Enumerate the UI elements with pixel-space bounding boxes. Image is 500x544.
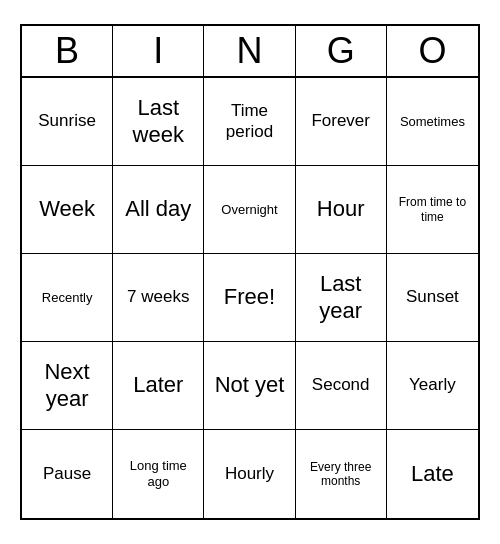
header-letter-b: B [22, 26, 113, 76]
bingo-cell-10: Recently [22, 254, 113, 342]
cell-text: Every three months [300, 460, 382, 489]
cell-text: Sometimes [400, 114, 465, 130]
bingo-cell-2: Time period [204, 78, 295, 166]
header-letter-g: G [296, 26, 387, 76]
bingo-cell-24: Late [387, 430, 478, 518]
cell-text: Later [133, 372, 183, 398]
bingo-cell-7: Overnight [204, 166, 295, 254]
header-letter-n: N [204, 26, 295, 76]
cell-text: Overnight [221, 202, 277, 218]
bingo-cell-19: Yearly [387, 342, 478, 430]
cell-text: Time period [208, 101, 290, 142]
bingo-cell-6: All day [113, 166, 204, 254]
cell-text: Week [39, 196, 95, 222]
bingo-cell-1: Last week [113, 78, 204, 166]
cell-text: All day [125, 196, 191, 222]
bingo-cell-9: From time to time [387, 166, 478, 254]
bingo-cell-14: Sunset [387, 254, 478, 342]
cell-text: Long time ago [117, 458, 199, 489]
bingo-cell-5: Week [22, 166, 113, 254]
cell-text: Forever [311, 111, 370, 131]
bingo-cell-4: Sometimes [387, 78, 478, 166]
bingo-cell-8: Hour [296, 166, 387, 254]
bingo-cell-20: Pause [22, 430, 113, 518]
bingo-cell-22: Hourly [204, 430, 295, 518]
bingo-header: BINGO [22, 26, 478, 78]
cell-text: Recently [42, 290, 93, 306]
cell-text: Late [411, 461, 454, 487]
cell-text: Hour [317, 196, 365, 222]
bingo-cell-13: Last year [296, 254, 387, 342]
cell-text: Next year [26, 359, 108, 412]
cell-text: Last year [300, 271, 382, 324]
bingo-cell-12: Free! [204, 254, 295, 342]
bingo-cell-15: Next year [22, 342, 113, 430]
cell-text: Second [312, 375, 370, 395]
cell-text: Free! [224, 284, 275, 310]
bingo-cell-3: Forever [296, 78, 387, 166]
cell-text: Sunset [406, 287, 459, 307]
bingo-cell-21: Long time ago [113, 430, 204, 518]
bingo-cell-18: Second [296, 342, 387, 430]
cell-text: Yearly [409, 375, 456, 395]
bingo-grid: SunriseLast weekTime periodForeverSometi… [22, 78, 478, 518]
cell-text: 7 weeks [127, 287, 189, 307]
cell-text: Hourly [225, 464, 274, 484]
bingo-cell-0: Sunrise [22, 78, 113, 166]
header-letter-i: I [113, 26, 204, 76]
bingo-cell-16: Later [113, 342, 204, 430]
cell-text: Not yet [215, 372, 285, 398]
bingo-card: BINGO SunriseLast weekTime periodForever… [20, 24, 480, 520]
bingo-cell-11: 7 weeks [113, 254, 204, 342]
cell-text: Sunrise [38, 111, 96, 131]
bingo-cell-17: Not yet [204, 342, 295, 430]
bingo-cell-23: Every three months [296, 430, 387, 518]
header-letter-o: O [387, 26, 478, 76]
cell-text: Last week [117, 95, 199, 148]
cell-text: From time to time [391, 195, 474, 224]
cell-text: Pause [43, 464, 91, 484]
